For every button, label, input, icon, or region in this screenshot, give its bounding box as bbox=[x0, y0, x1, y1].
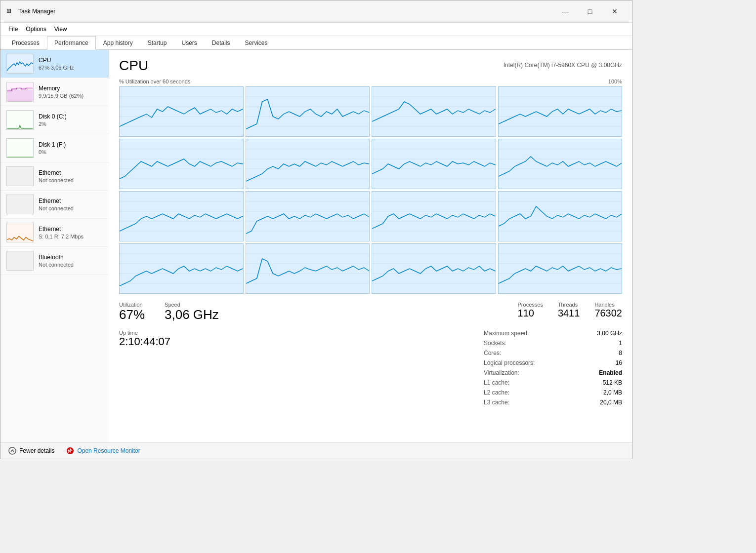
menu-bar: File Options View bbox=[0, 23, 632, 36]
memory-thumb bbox=[6, 82, 34, 102]
cpu-cell-8 bbox=[119, 191, 244, 241]
utilization-value: 67% bbox=[119, 308, 145, 322]
sidebar-item-memory[interactable]: Memory 9,9/15,9 GB (62%) bbox=[0, 78, 109, 106]
svg-rect-14 bbox=[246, 87, 370, 136]
chart-label-text: % Utilization over 60 seconds bbox=[119, 79, 190, 84]
sidebar-item-cpu[interactable]: CPU 67% 3,06 GHz bbox=[0, 50, 109, 78]
tab-details[interactable]: Details bbox=[205, 36, 238, 50]
l3-row: L3 cache: 20,0 MB bbox=[484, 399, 622, 406]
tab-app-history[interactable]: App history bbox=[96, 36, 140, 50]
menu-view[interactable]: View bbox=[50, 24, 71, 35]
handles-block: Handles 76302 bbox=[594, 302, 622, 318]
menu-file[interactable]: File bbox=[4, 24, 22, 35]
threads-label: Threads bbox=[558, 302, 580, 308]
cpu-cell-10 bbox=[372, 191, 496, 241]
svg-rect-69 bbox=[120, 244, 243, 293]
title-bar: ⊞ Task Manager — □ ✕ bbox=[0, 0, 632, 23]
close-button[interactable]: ✕ bbox=[603, 4, 626, 18]
sidebar-item-disk0[interactable]: Disk 0 (C:) 2% bbox=[0, 106, 109, 134]
disk1-info: Disk 1 (F:) 0% bbox=[39, 141, 103, 155]
cpu-cell-12 bbox=[119, 243, 244, 294]
eth3-thumb bbox=[6, 223, 34, 242]
eth1-stat: Not connected bbox=[39, 177, 103, 183]
logical-label: Logical processors: bbox=[484, 359, 535, 366]
logical-value: 16 bbox=[616, 359, 622, 366]
sidebar-item-bluetooth[interactable]: Bluetooth Not connected bbox=[0, 247, 109, 275]
chart-label-row: % Utilization over 60 seconds 100% bbox=[119, 79, 622, 84]
svg-rect-8 bbox=[7, 251, 33, 270]
svg-rect-9 bbox=[120, 87, 243, 136]
cpu-cell-0 bbox=[119, 86, 244, 137]
svg-rect-34 bbox=[246, 139, 370, 189]
cpu-stat: 67% 3,06 GHz bbox=[39, 65, 103, 71]
cpu-details: Maximum speed: 3,00 GHz Sockets: 1 Cores… bbox=[484, 330, 622, 409]
sidebar-item-disk1[interactable]: Disk 1 (F:) 0% bbox=[0, 134, 109, 162]
disk0-thumb bbox=[6, 110, 34, 130]
threads-value: 3411 bbox=[558, 308, 580, 318]
cpu-cell-15 bbox=[498, 243, 623, 294]
processes-label: Processes bbox=[518, 302, 543, 308]
cores-label: Cores: bbox=[484, 350, 501, 356]
tab-processes[interactable]: Processes bbox=[4, 36, 47, 50]
cpu-cell-7 bbox=[498, 139, 623, 189]
bt-label: Bluetooth bbox=[39, 254, 103, 261]
eth3-info: Ethernet S: 0,1 R: 7,2 Mbps bbox=[39, 226, 103, 239]
sidebar-item-eth1[interactable]: Ethernet Not connected bbox=[0, 162, 109, 191]
uptime-section: Up time 2:10:44:07 bbox=[119, 330, 170, 409]
handles-label: Handles bbox=[594, 302, 622, 308]
svg-rect-39 bbox=[372, 139, 496, 189]
content-area: CPU 67% 3,06 GHz Memory 9,9/15,9 GB (62%… bbox=[0, 50, 632, 442]
window-controls: — □ ✕ bbox=[554, 4, 626, 18]
cpu-cell-11 bbox=[498, 191, 623, 241]
bottom-stats: Up time 2:10:44:07 Maximum speed: 3,00 G… bbox=[119, 330, 622, 409]
maximize-button[interactable]: □ bbox=[579, 4, 601, 18]
sockets-value: 1 bbox=[619, 340, 622, 347]
svg-rect-44 bbox=[499, 139, 622, 189]
sidebar-item-eth3[interactable]: Ethernet S: 0,1 R: 7,2 Mbps bbox=[0, 219, 109, 247]
sockets-label: Sockets: bbox=[484, 340, 506, 347]
l3-value: 20,0 MB bbox=[600, 399, 622, 406]
max-speed-label: Maximum speed: bbox=[484, 330, 529, 337]
cpu-label: CPU bbox=[39, 57, 103, 64]
cpu-header: CPU Intel(R) Core(TM) i7-5960X CPU @ 3.0… bbox=[119, 58, 622, 74]
cpu-cell-1 bbox=[246, 86, 370, 137]
eth3-label: Ethernet bbox=[39, 226, 103, 233]
tab-services[interactable]: Services bbox=[238, 36, 275, 50]
tab-performance[interactable]: Performance bbox=[47, 36, 96, 50]
memory-stat: 9,9/15,9 GB (62%) bbox=[39, 93, 103, 99]
svg-rect-4 bbox=[7, 139, 33, 158]
max-speed-row: Maximum speed: 3,00 GHz bbox=[484, 330, 622, 337]
open-resource-monitor-link[interactable]: Open Resource Monitor bbox=[66, 447, 140, 455]
sidebar-item-eth2[interactable]: Ethernet Not connected bbox=[0, 191, 109, 219]
speed-value: 3,06 GHz bbox=[165, 308, 219, 322]
disk0-label: Disk 0 (C:) bbox=[39, 113, 103, 120]
minimize-button[interactable]: — bbox=[554, 4, 577, 18]
svg-rect-5 bbox=[7, 167, 33, 186]
cpu-cell-3 bbox=[498, 86, 623, 137]
virtualization-row: Virtualization: Enabled bbox=[484, 369, 622, 376]
memory-label: Memory bbox=[39, 85, 103, 92]
tab-startup[interactable]: Startup bbox=[140, 36, 174, 50]
svg-rect-6 bbox=[7, 195, 33, 214]
svg-rect-84 bbox=[499, 244, 622, 293]
processes-block: Processes 110 bbox=[518, 302, 543, 318]
svg-rect-59 bbox=[372, 192, 496, 241]
task-manager-window: ⊞ Task Manager — □ ✕ File Options View P… bbox=[0, 0, 632, 459]
cpu-cell-9 bbox=[246, 191, 370, 241]
tab-users[interactable]: Users bbox=[174, 36, 204, 50]
fewer-details-label: Fewer details bbox=[19, 447, 54, 454]
menu-options[interactable]: Options bbox=[22, 24, 50, 35]
eth1-label: Ethernet bbox=[39, 169, 103, 176]
fewer-details-button[interactable]: Fewer details bbox=[8, 447, 54, 455]
bt-thumb bbox=[6, 251, 34, 271]
cpu-cell-14 bbox=[372, 243, 496, 294]
cpu-cell-4 bbox=[119, 139, 244, 189]
tab-bar: Processes Performance App history Startu… bbox=[0, 36, 632, 50]
threads-block: Threads 3411 bbox=[558, 302, 580, 318]
cpu-cell-2 bbox=[372, 86, 496, 137]
memory-info: Memory 9,9/15,9 GB (62%) bbox=[39, 85, 103, 99]
cpu-grid bbox=[119, 86, 622, 294]
stats-row: Utilization 67% Speed 3,06 GHz Processes… bbox=[119, 302, 622, 322]
cpu-cell-13 bbox=[246, 243, 370, 294]
disk1-stat: 0% bbox=[39, 149, 103, 155]
